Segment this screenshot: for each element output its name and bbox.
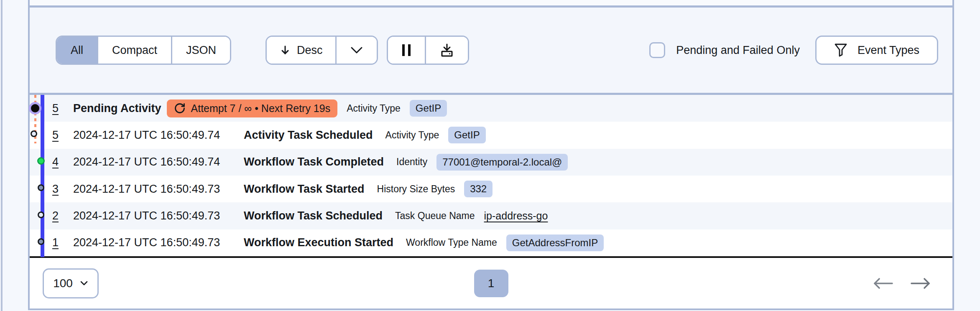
tab-all[interactable]: All <box>57 37 97 64</box>
event-types-label: Event Types <box>858 44 919 57</box>
event-title: Workflow Task Started <box>244 183 365 196</box>
event-history-panel: All Compact JSON Desc <box>28 0 954 310</box>
page-size-select[interactable]: 100 <box>43 268 99 298</box>
event-types-button[interactable]: Event Types <box>815 36 938 65</box>
arrow-down-icon <box>279 44 291 56</box>
funnel-icon <box>834 43 847 57</box>
event-timestamp: 2024-12-17 UTC 16:50:49.73 <box>73 209 244 222</box>
event-timestamp: 2024-12-17 UTC 16:50:49.73 <box>73 236 244 249</box>
event-row[interactable]: 4 2024-12-17 UTC 16:50:49.74 Workflow Ta… <box>30 149 952 176</box>
event-id-link[interactable]: 3 <box>52 183 73 196</box>
current-page-label: 1 <box>488 277 495 290</box>
download-icon <box>439 43 454 58</box>
tab-compact[interactable]: Compact <box>97 37 171 64</box>
event-id-link[interactable]: 1 <box>52 236 73 249</box>
pending-failed-checkbox[interactable] <box>649 42 665 58</box>
event-id-link[interactable]: 5 <box>52 102 73 115</box>
sort-desc-button[interactable]: Desc <box>267 37 335 64</box>
pending-failed-filter: Pending and Failed Only <box>649 42 800 58</box>
attribute-label: Activity Type <box>347 103 401 114</box>
page-number-button[interactable]: 1 <box>474 270 508 297</box>
retry-badge: Attempt 7 / ∞ • Next Retry 19s <box>167 99 338 117</box>
view-switcher: All Compact JSON <box>56 36 231 65</box>
event-row[interactable]: 2 2024-12-17 UTC 16:50:49.73 Workflow Ta… <box>30 202 952 229</box>
previous-page-arrow[interactable] <box>871 278 895 289</box>
pagination-bar: 100 1 <box>30 258 952 308</box>
retry-icon <box>174 102 186 114</box>
attribute-value-badge: GetAddressFromIP <box>506 235 604 251</box>
sort-button-group: Desc <box>265 36 378 65</box>
attribute-value-link[interactable]: ip-address-go <box>484 210 548 222</box>
attribute-label: History Size Bytes <box>377 184 455 195</box>
attribute-label: Activity Type <box>385 130 439 141</box>
event-title: Activity Task Scheduled <box>244 129 373 142</box>
event-row[interactable]: 3 2024-12-17 UTC 16:50:49.73 Workflow Ta… <box>30 176 952 202</box>
attribute-value-badge: 332 <box>464 181 493 197</box>
retry-text: Attempt 7 / ∞ • Next Retry 19s <box>191 102 331 115</box>
sort-label: Desc <box>297 44 323 57</box>
event-title: Pending Activity <box>73 102 161 115</box>
event-row[interactable]: 5 Pending Activity Attempt 7 / ∞ • Next … <box>30 95 952 122</box>
event-timestamp: 2024-12-17 UTC 16:50:49.74 <box>73 129 244 142</box>
next-page-arrow[interactable] <box>909 278 932 289</box>
attribute-label: Workflow Type Name <box>406 237 497 248</box>
pause-button[interactable] <box>388 37 425 64</box>
attribute-value-badge: 77001@temporal-2.local@ <box>436 154 568 171</box>
event-timestamp: 2024-12-17 UTC 16:50:49.73 <box>73 183 244 196</box>
chevron-down-icon <box>80 280 88 286</box>
pagination-arrows <box>871 278 932 289</box>
event-row[interactable]: 1 2024-12-17 UTC 16:50:49.73 Workflow Ex… <box>30 229 952 256</box>
event-history-table: 5 Pending Activity Attempt 7 / ∞ • Next … <box>30 95 952 256</box>
tab-json[interactable]: JSON <box>171 37 230 64</box>
pending-failed-label: Pending and Failed Only <box>676 44 800 57</box>
event-title: Workflow Task Scheduled <box>244 209 383 222</box>
attribute-value-badge: GetIP <box>448 127 485 143</box>
page-size-value: 100 <box>53 277 73 290</box>
chevron-down-icon <box>350 46 363 54</box>
event-id-link[interactable]: 5 <box>52 129 73 142</box>
panel-top-sliver <box>30 0 952 5</box>
playback-button-group <box>387 36 469 65</box>
attribute-label: Identity <box>396 156 427 168</box>
attribute-label: Task Queue Name <box>395 210 475 222</box>
event-timestamp: 2024-12-17 UTC 16:50:49.74 <box>73 156 244 168</box>
pause-icon <box>401 43 411 57</box>
attribute-value-badge: GetIP <box>410 100 447 117</box>
event-title: Workflow Task Completed <box>244 156 384 168</box>
event-id-link[interactable]: 4 <box>52 156 73 168</box>
page-left-border <box>1 0 3 311</box>
sort-options-chevron-button[interactable] <box>335 37 377 64</box>
event-history-toolbar: All Compact JSON Desc <box>30 8 952 93</box>
download-button[interactable] <box>425 37 468 64</box>
event-row[interactable]: 5 2024-12-17 UTC 16:50:49.74 Activity Ta… <box>30 122 952 148</box>
event-title: Workflow Execution Started <box>244 236 393 249</box>
event-id-link[interactable]: 2 <box>52 209 73 222</box>
